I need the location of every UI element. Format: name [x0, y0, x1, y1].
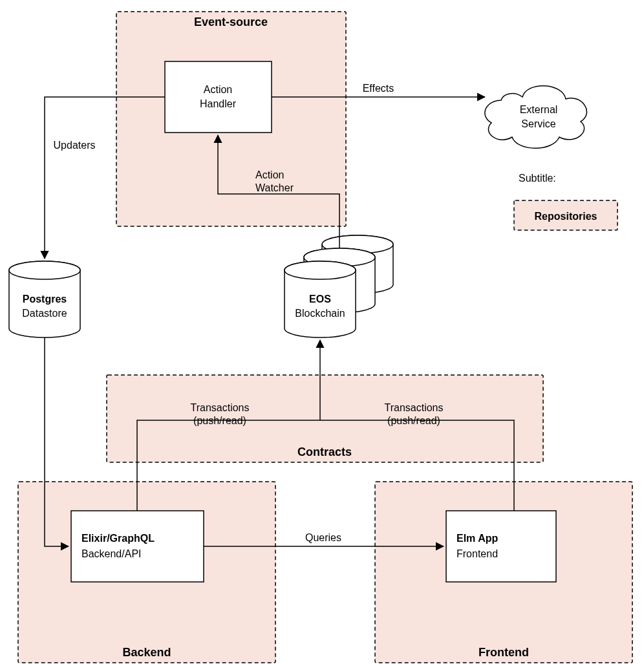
- edge-trans-right-line1: Transactions: [385, 402, 444, 413]
- svg-point-9: [284, 261, 356, 279]
- svg-rect-5: [165, 61, 272, 133]
- edge-trans-right-line2: (push/read): [387, 415, 440, 426]
- svg-point-6: [9, 261, 80, 279]
- node-postgres: Postgres Datastore: [9, 261, 80, 337]
- elm-title: Elm App: [456, 533, 499, 544]
- edge-action-watcher-line1: Action: [255, 169, 284, 180]
- repo-frontend-label: Frontend: [478, 646, 529, 659]
- node-external-service: External Service: [485, 86, 587, 149]
- repo-contracts-label: Contracts: [297, 445, 352, 458]
- elixir-title: Elixir/GraphQL: [81, 533, 155, 544]
- repo-event-source-label: Event-source: [194, 16, 268, 28]
- edge-action-watcher-line2: Watcher: [255, 182, 294, 193]
- edge-queries-label: Queries: [305, 532, 341, 543]
- node-action-handler: Action Handler: [165, 61, 272, 133]
- edge-trans-left-line2: (push/read): [193, 415, 246, 426]
- subtitle-legend-text: Repositories: [535, 211, 597, 222]
- postgres-title: Postgres: [23, 294, 67, 305]
- edge-trans-left-line1: Transactions: [191, 402, 250, 413]
- svg-rect-11: [446, 511, 556, 582]
- node-elixir: Elixir/GraphQL Backend/API: [71, 511, 204, 582]
- node-eos: EOS Blockchain: [284, 235, 393, 337]
- elm-sub: Frontend: [456, 548, 498, 559]
- action-handler-line2: Handler: [200, 98, 237, 109]
- edge-effects-label: Effects: [363, 83, 394, 94]
- eos-title: EOS: [309, 294, 331, 305]
- subtitle-label: Subtitle:: [519, 173, 556, 184]
- edge-updaters-label: Updaters: [54, 140, 96, 151]
- subtitle-legend: Subtitle: Repositories: [514, 173, 617, 230]
- repo-contracts: Contracts: [107, 375, 543, 462]
- action-handler-line1: Action: [204, 84, 232, 95]
- postgres-sub: Datastore: [22, 308, 67, 319]
- node-elm: Elm App Frontend: [446, 511, 556, 582]
- external-service-line2: Service: [521, 118, 555, 129]
- eos-sub: Blockchain: [295, 308, 345, 319]
- elixir-sub: Backend/API: [81, 548, 142, 559]
- external-service-line1: External: [520, 104, 558, 115]
- repo-backend-label: Backend: [122, 646, 171, 659]
- svg-rect-10: [71, 511, 204, 582]
